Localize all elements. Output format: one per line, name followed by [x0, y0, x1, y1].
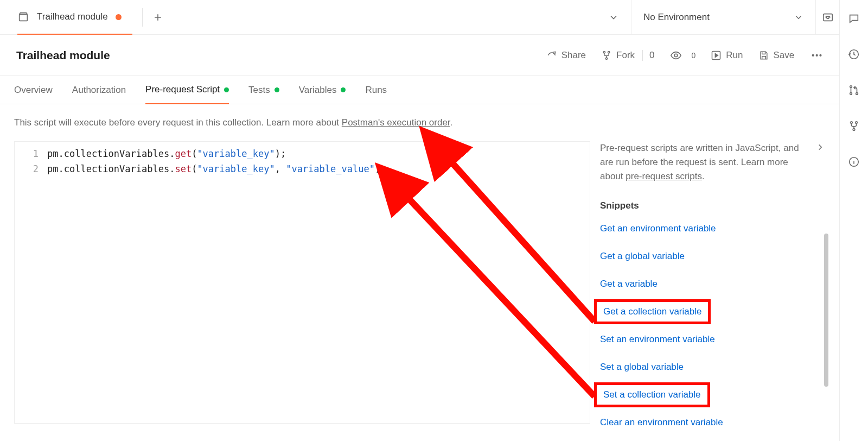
execution-order-link[interactable]: Postman's execution order — [342, 117, 450, 128]
watch-icon — [670, 49, 682, 61]
collapse-panel-button[interactable] — [815, 142, 825, 152]
svg-point-13 — [856, 122, 858, 124]
share-button[interactable]: Share — [546, 50, 586, 61]
svg-point-6 — [674, 54, 678, 57]
snippet-get-environment-variable[interactable]: Get an environment variable — [600, 222, 716, 235]
svg-point-4 — [608, 51, 610, 53]
svg-point-10 — [850, 93, 852, 95]
snippet-get-collection-variable[interactable]: Get a collection variable — [600, 305, 705, 318]
subtab-prerequest-script[interactable]: Pre-request Script — [145, 76, 229, 104]
environment-selected-label: No Environment — [643, 12, 710, 23]
watch-count: 0 — [690, 51, 696, 60]
snippet-get-global-variable[interactable]: Get a global variable — [600, 250, 685, 263]
subtab-runs[interactable]: Runs — [365, 76, 387, 104]
modified-indicator-icon — [224, 87, 229, 92]
svg-rect-0 — [20, 14, 28, 21]
forks-icon[interactable] — [847, 119, 860, 133]
changelog-icon[interactable] — [847, 48, 860, 61]
save-label: Save — [774, 50, 795, 61]
snippets-panel: Pre-request scripts are written in JavaS… — [590, 141, 825, 441]
snippets-description: Pre-request scripts are written in JavaS… — [600, 141, 809, 184]
environment-quicklook-button[interactable] — [815, 0, 839, 35]
snippet-get-variable[interactable]: Get a variable — [600, 278, 658, 291]
save-button[interactable]: Save — [758, 50, 795, 61]
add-tab-button[interactable] — [152, 12, 163, 23]
code-editor[interactable]: 1 2 pm.collectionVariables.get("variable… — [14, 141, 590, 424]
fork-label: Fork — [616, 50, 635, 61]
unsaved-indicator-icon — [116, 14, 122, 20]
svg-point-9 — [850, 86, 852, 88]
pull-requests-icon[interactable] — [847, 84, 860, 97]
snippet-clear-environment-variable[interactable]: Clear an environment variable — [600, 416, 723, 429]
modified-indicator-icon — [275, 87, 279, 92]
collection-icon — [17, 11, 29, 23]
snippet-set-collection-variable[interactable]: Set a collection variable — [600, 388, 704, 401]
subtab-overview[interactable]: Overview — [14, 76, 53, 104]
subtab-variables[interactable]: Variables — [299, 76, 346, 104]
snippets-title: Snippets — [600, 200, 825, 211]
tabs-bar: Trailhead module No Environment — [0, 0, 839, 35]
svg-rect-1 — [823, 14, 832, 21]
collection-subtabs: Overview Authorization Pre-request Scrip… — [0, 76, 839, 104]
snippet-set-environment-variable[interactable]: Set an environment variable — [600, 333, 715, 346]
code-content: pm.collectionVariables.get("variable_key… — [47, 142, 394, 423]
svg-point-14 — [853, 129, 855, 131]
svg-point-5 — [605, 58, 607, 59]
svg-point-3 — [603, 51, 605, 53]
info-icon[interactable] — [847, 155, 860, 168]
right-rail — [839, 0, 868, 441]
fork-button[interactable]: Fork 0 — [601, 50, 654, 61]
prerequest-description: This script will execute before every re… — [14, 116, 825, 129]
run-button[interactable]: Run — [711, 50, 743, 61]
workspace-tab[interactable]: Trailhead module — [17, 0, 132, 35]
code-gutter: 1 2 — [15, 142, 47, 423]
tab-divider — [142, 8, 143, 27]
more-actions-button[interactable]: ••• — [812, 51, 823, 60]
share-label: Share — [561, 50, 586, 61]
subtab-authorization[interactable]: Authorization — [72, 76, 126, 104]
prerequest-scripts-link[interactable]: pre-request scripts — [626, 171, 702, 181]
text-cursor-icon — [387, 173, 394, 175]
fork-count: 0 — [642, 50, 654, 61]
collection-title: Trailhead module — [16, 49, 110, 62]
subtab-tests[interactable]: Tests — [248, 76, 279, 104]
watch-group[interactable]: 0 — [670, 49, 696, 61]
svg-point-11 — [856, 93, 858, 95]
run-label: Run — [726, 50, 743, 61]
modified-indicator-icon — [341, 87, 346, 92]
svg-point-12 — [851, 122, 853, 124]
snippet-set-global-variable[interactable]: Set a global variable — [600, 361, 684, 374]
tabs-dropdown-button[interactable] — [608, 12, 619, 23]
comments-icon[interactable] — [847, 12, 860, 25]
snippets-scrollbar[interactable] — [824, 234, 828, 387]
title-row: Trailhead module Share Fork 0 0 Run Save… — [0, 35, 839, 76]
environment-selector[interactable]: No Environment — [631, 0, 815, 35]
tab-label: Trailhead module — [37, 11, 108, 22]
